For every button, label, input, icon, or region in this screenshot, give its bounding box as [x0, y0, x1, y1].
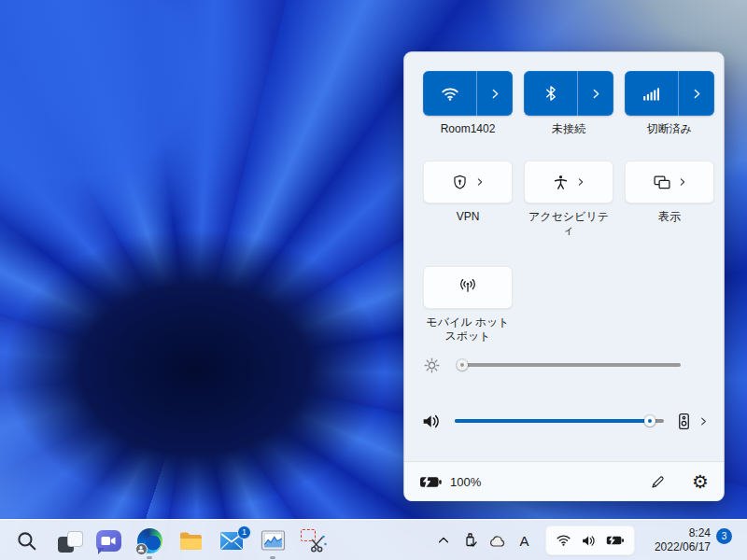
bluetooth-toggle[interactable]	[524, 71, 578, 116]
edge-icon	[137, 528, 162, 553]
usb-device-icon	[462, 532, 479, 549]
chevron-up-icon	[437, 534, 450, 547]
wifi-label: Room1402	[441, 122, 496, 136]
taskbar-task-manager-button[interactable]	[252, 520, 293, 560]
quick-settings-grid: Room1402 未接続	[423, 71, 714, 343]
quick-settings-panel: Room1402 未接続	[403, 51, 725, 501]
wifi-icon	[440, 83, 460, 104]
wifi-toggle[interactable]	[423, 71, 477, 116]
brightness-slider-row	[419, 350, 709, 380]
brightness-sun-icon	[424, 357, 440, 373]
ime-mode-button[interactable]: A	[511, 525, 538, 555]
clock-time: 8:24	[643, 526, 711, 540]
cloud-icon	[488, 534, 506, 548]
cast-cell: 表示	[625, 161, 714, 238]
mobile-hotspot-tile[interactable]	[423, 266, 513, 309]
bluetooth-cell: 未接続	[524, 71, 613, 136]
taskbar-snipping-tool-button[interactable]	[293, 520, 334, 560]
vpn-tile[interactable]	[423, 161, 513, 203]
cellular-expand-button[interactable]	[679, 71, 714, 116]
volume-slider[interactable]	[455, 419, 664, 423]
person-glyph	[137, 545, 145, 553]
mobile-hotspot-label: モバイル ホットスポット	[423, 315, 513, 343]
notification-count-badge[interactable]: 3	[716, 528, 732, 544]
battery-charging-icon	[419, 475, 443, 489]
pencil-icon[interactable]	[650, 474, 666, 490]
running-indicator	[147, 556, 152, 559]
accessibility-label: アクセシビリティ	[524, 210, 613, 238]
battery-charging-icon	[606, 535, 625, 546]
bluetooth-icon	[542, 84, 560, 103]
wifi-expand-button[interactable]	[477, 71, 513, 116]
taskbar-mail-button[interactable]: 1	[211, 520, 252, 560]
battery-status-button[interactable]: 100%	[419, 475, 481, 489]
mail-unread-badge: 1	[237, 525, 251, 539]
quick-settings-footer: 100% ⚙	[404, 461, 724, 501]
search-icon	[15, 529, 38, 553]
taskbar-chat-button[interactable]	[88, 520, 129, 560]
accessibility-tile[interactable]	[524, 161, 613, 203]
cellular-label: 切断済み	[647, 122, 692, 136]
accessibility-cell: アクセシビリティ	[524, 161, 613, 238]
taskbar-edge-button[interactable]	[129, 520, 170, 560]
ime-mode-label: A	[519, 533, 529, 549]
cast-label: 表示	[658, 210, 681, 224]
cellular-icon	[641, 84, 661, 104]
chat-icon	[96, 530, 121, 552]
task-manager-icon	[261, 529, 286, 552]
bluetooth-label: 未接続	[552, 122, 585, 136]
brightness-slider[interactable]	[457, 363, 681, 367]
clock-date: 2022/06/17	[643, 540, 711, 554]
snipping-tool-icon	[309, 535, 328, 553]
vpn-cell: VPN	[423, 161, 513, 238]
bluetooth-tile	[524, 71, 613, 116]
brightness-thumb[interactable]	[457, 359, 468, 371]
chevron-right-icon	[691, 88, 703, 100]
speaker-icon	[421, 412, 441, 431]
hotspot-cell: モバイル ホットスポット	[423, 266, 513, 343]
cast-display-icon	[653, 173, 671, 191]
hotspot-icon	[458, 277, 478, 298]
taskbar-tray: A 8:24 2022/06/17 3	[430, 520, 747, 560]
volume-thumb[interactable]	[644, 415, 655, 427]
wifi-cell: Room1402	[423, 71, 513, 136]
bluetooth-expand-button[interactable]	[578, 71, 613, 116]
taskbar-search-button[interactable]	[6, 520, 47, 560]
cellular-cell: 切断済み	[625, 71, 714, 136]
vpn-shield-icon	[451, 174, 469, 191]
volume-fill	[455, 419, 654, 423]
battery-percent-label: 100%	[450, 475, 481, 489]
cellular-tile	[625, 71, 714, 116]
desktop: Room1402 未接続	[0, 0, 747, 560]
edge-profile-avatar	[135, 543, 148, 555]
chevron-right-icon	[489, 88, 501, 100]
vpn-label: VPN	[457, 210, 480, 224]
wifi-tile	[423, 71, 513, 116]
tiles-row-1: Room1402 未接続	[423, 71, 714, 136]
taskbar-file-explorer-button[interactable]	[170, 520, 211, 560]
cast-tile[interactable]	[625, 161, 714, 203]
gear-icon[interactable]: ⚙	[692, 472, 709, 491]
accessibility-icon	[552, 174, 570, 191]
tiles-row-3: モバイル ホットスポット	[423, 266, 714, 343]
usb-device-button[interactable]	[457, 525, 484, 555]
taskbar-task-view-button[interactable]	[47, 520, 88, 560]
audio-output-icon[interactable]	[676, 413, 692, 430]
chevron-right-icon	[475, 177, 485, 187]
cellular-toggle[interactable]	[625, 71, 679, 116]
folder-icon	[178, 529, 204, 552]
tiles-row-2: VPN アクセシビリティ	[423, 161, 714, 238]
running-indicator	[270, 556, 275, 559]
hidden-icons-button[interactable]	[430, 525, 457, 555]
clock-button[interactable]: 8:24 2022/06/17	[643, 526, 711, 554]
volume-icon	[581, 533, 597, 549]
taskbar-apps: 1	[6, 520, 334, 560]
onedrive-button[interactable]	[484, 525, 511, 555]
volume-slider-row	[419, 406, 709, 436]
chevron-right-icon	[590, 88, 602, 100]
video-camera-glyph	[101, 536, 116, 546]
taskbar: 1	[0, 519, 747, 560]
chevron-right-icon	[678, 177, 687, 187]
quick-settings-tray-button[interactable]	[545, 525, 635, 555]
volume-output-expand-icon[interactable]	[698, 416, 709, 427]
